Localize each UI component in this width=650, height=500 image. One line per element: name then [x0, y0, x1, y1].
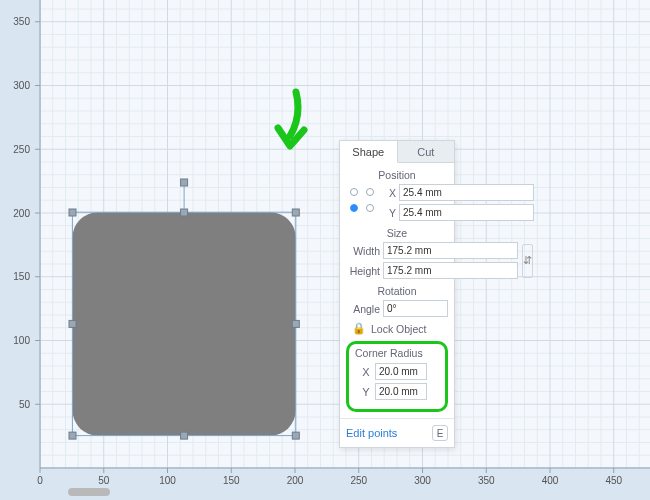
x-axis: 0 50 100 150 200 250 300 350 400 450 — [37, 468, 650, 486]
corner-x-input[interactable] — [375, 363, 427, 380]
size-title: Size — [346, 227, 448, 239]
lock-object-toggle[interactable]: 🔒 Lock Object — [352, 322, 448, 335]
y-tick: 150 — [13, 271, 30, 282]
pos-x-label: X — [384, 187, 396, 199]
anchor-tl[interactable] — [350, 188, 358, 196]
corner-title: Corner Radius — [355, 347, 441, 359]
corner-x-label: X — [361, 366, 371, 378]
corner-y-label: Y — [361, 386, 371, 398]
corner-y-input[interactable] — [375, 383, 427, 400]
link-icon: ⇵ — [523, 254, 532, 267]
x-tick: 450 — [605, 475, 622, 486]
angle-input[interactable] — [383, 300, 448, 317]
aspect-lock-button[interactable]: ⇵ — [522, 244, 533, 278]
svg-rect-20 — [69, 209, 76, 216]
svg-rect-22 — [292, 209, 299, 216]
lock-label: Lock Object — [371, 323, 426, 335]
tab-shape[interactable]: Shape — [340, 141, 398, 163]
height-input[interactable] — [383, 262, 518, 279]
edit-points-link[interactable]: Edit points — [346, 427, 397, 439]
pos-y-label: Y — [384, 207, 396, 219]
anchor-tr[interactable] — [366, 188, 374, 196]
svg-rect-29 — [181, 179, 188, 186]
svg-rect-23 — [69, 320, 76, 327]
selected-shape[interactable] — [72, 212, 295, 435]
x-tick: 400 — [542, 475, 559, 486]
svg-rect-25 — [69, 432, 76, 439]
pos-y-input[interactable] — [399, 204, 534, 221]
svg-rect-27 — [292, 432, 299, 439]
x-tick: 350 — [478, 475, 495, 486]
svg-rect-26 — [181, 432, 188, 439]
rotation-title: Rotation — [346, 285, 448, 297]
pos-x-input[interactable] — [399, 184, 534, 201]
width-input[interactable] — [383, 242, 518, 259]
width-label: Width — [346, 245, 380, 257]
y-tick: 350 — [13, 16, 30, 27]
y-tick: 250 — [13, 144, 30, 155]
lock-icon: 🔒 — [352, 322, 366, 335]
x-tick: 0 — [37, 475, 43, 486]
anchor-bl[interactable] — [350, 204, 358, 212]
y-tick: 300 — [13, 80, 30, 91]
svg-rect-21 — [181, 209, 188, 216]
y-axis: 50 100 150 200 250 300 350 — [13, 0, 40, 468]
x-tick: 150 — [223, 475, 240, 486]
tab-cut[interactable]: Cut — [398, 141, 455, 163]
svg-rect-24 — [292, 320, 299, 327]
position-title: Position — [346, 169, 448, 181]
anchor-picker[interactable] — [346, 186, 380, 220]
y-tick: 100 — [13, 335, 30, 346]
x-tick: 300 — [414, 475, 431, 486]
angle-label: Angle — [346, 303, 380, 315]
x-tick: 250 — [350, 475, 367, 486]
y-tick: 50 — [19, 399, 31, 410]
x-tick: 200 — [287, 475, 304, 486]
y-tick: 200 — [13, 208, 30, 219]
horizontal-scrollbar-thumb[interactable] — [68, 488, 110, 496]
shape-properties-panel: Shape Cut Position X Y Size — [339, 140, 455, 448]
height-label: Height — [346, 265, 380, 277]
x-tick: 100 — [159, 475, 176, 486]
design-canvas[interactable]: 0 50 100 150 200 250 300 350 400 450 50 … — [0, 0, 650, 500]
corner-radius-section: Corner Radius X Y — [346, 341, 448, 412]
anchor-br[interactable] — [366, 204, 374, 212]
panel-tabs: Shape Cut — [340, 141, 454, 163]
x-tick: 50 — [98, 475, 110, 486]
shortcut-key: E — [432, 425, 448, 441]
